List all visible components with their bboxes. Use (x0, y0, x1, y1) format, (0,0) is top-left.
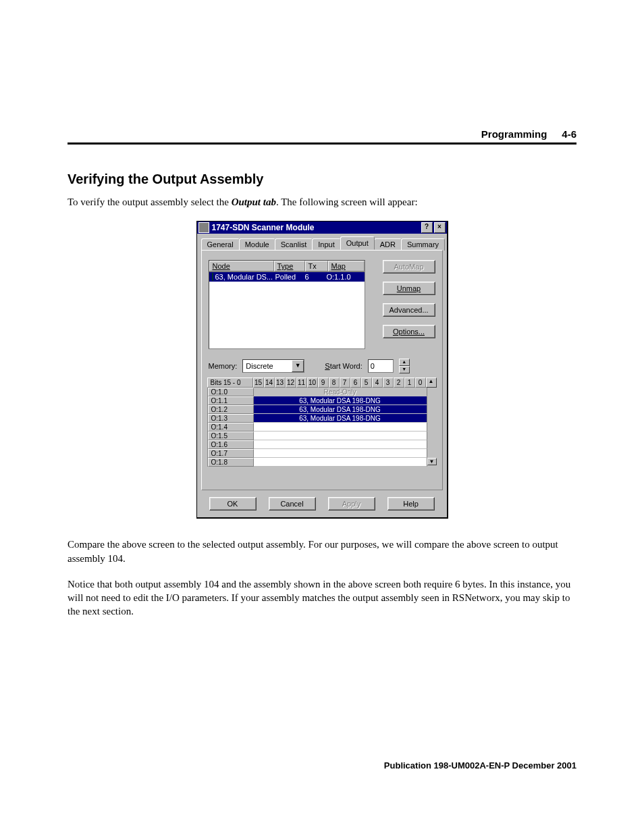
intro-tabname: Output tab (232, 197, 276, 207)
bit-row-label: O:1.0 (208, 388, 254, 396)
bit-row-data: 63, Modular DSA 198-DNG (254, 405, 427, 414)
app-icon (198, 222, 209, 233)
node-list[interactable]: Node Type Tx Map 63, Modular DS... Polle… (209, 260, 365, 349)
bit-row[interactable]: O:1.6 (208, 440, 437, 449)
node-row[interactable]: 63, Modular DS... Polled 6 O:1.1.0 (209, 272, 365, 282)
bit-row-data: Read-Only (254, 388, 427, 396)
col-type[interactable]: Type (274, 261, 305, 271)
output-tab-panel: Node Type Tx Map 63, Modular DS... Polle… (201, 250, 443, 490)
intro-post: . The following screen will appear: (276, 197, 418, 207)
node-map: O:1.1.0 (324, 272, 365, 282)
bitcol-6: 6 (350, 377, 361, 388)
automap-button[interactable]: AutoMap (383, 260, 435, 273)
advanced-button[interactable]: Advanced... (383, 303, 435, 317)
memory-value: Discrete (243, 362, 292, 370)
bit-row-label: O:1.1 (208, 396, 254, 405)
bit-row[interactable]: O:1.363, Modular DSA 198-DNG (208, 414, 437, 423)
bit-row-data (254, 458, 427, 467)
bitcol-2: 2 (394, 377, 404, 388)
bits-label: Bits 15 - 0 (207, 377, 253, 388)
bit-row[interactable]: O:1.8▼ (208, 458, 437, 467)
tab-summary[interactable]: Summary (401, 238, 445, 251)
bitcol-5: 5 (361, 377, 372, 388)
scroll-track[interactable] (427, 396, 437, 405)
tab-input[interactable]: Input (312, 238, 340, 251)
bitcol-14: 14 (264, 377, 275, 388)
bitcol-7: 7 (340, 377, 350, 388)
close-button[interactable]: × (434, 222, 446, 233)
bit-row[interactable]: O:1.0Read-Only (208, 388, 437, 396)
col-node[interactable]: Node (209, 261, 274, 271)
help-button[interactable]: ? (421, 222, 433, 233)
node-tx: 6 (302, 272, 324, 282)
footer: Publication 198-UM002A-EN-P December 200… (68, 760, 576, 771)
help-button-bottom[interactable]: Help (387, 497, 435, 511)
scroll-track[interactable] (427, 440, 437, 449)
bitcol-4: 4 (372, 377, 383, 388)
bit-row-data: 63, Modular DSA 198-DNG (254, 396, 427, 405)
tab-scanlist[interactable]: Scanlist (275, 238, 313, 251)
ok-button[interactable]: OK (209, 497, 257, 511)
unmap-button[interactable]: Unmap (383, 282, 435, 295)
bitcol-0: 0 (415, 377, 426, 388)
tab-adr[interactable]: ADR (374, 238, 402, 251)
bit-row-label: O:1.5 (208, 432, 254, 440)
tabstrip: General Module Scanlist Input Output ADR… (201, 236, 443, 250)
node-type: Polled (273, 272, 302, 282)
bit-row-label: O:1.2 (208, 405, 254, 414)
scroll-up-icon[interactable]: ▲ (426, 377, 437, 388)
bit-row-label: O:1.7 (208, 449, 254, 458)
header-section: Programming (481, 128, 547, 140)
bit-row-label: O:1.4 (208, 423, 254, 432)
tab-output[interactable]: Output (340, 236, 375, 250)
chevron-down-icon[interactable]: ▼ (292, 360, 304, 372)
col-tx[interactable]: Tx (305, 261, 328, 271)
bitcol-1: 1 (404, 377, 415, 388)
node-icon (212, 273, 213, 281)
scroll-track[interactable] (427, 423, 437, 432)
node-name: 63, Modular DS... (215, 273, 273, 281)
scroll-track[interactable] (427, 432, 437, 440)
tab-module[interactable]: Module (239, 238, 275, 251)
bitcol-11: 11 (296, 377, 307, 388)
tab-general[interactable]: General (201, 238, 240, 251)
scroll-track[interactable] (427, 414, 437, 423)
memory-combo[interactable]: Discrete ▼ (242, 359, 304, 373)
bitcol-8: 8 (329, 377, 340, 388)
section-title: Verifying the Output Assembly (68, 172, 576, 187)
startword-input[interactable]: 0 (368, 359, 394, 373)
bit-row-label: O:1.8 (208, 458, 254, 467)
scanner-module-dialog: 1747-SDN Scanner Module ? × General Modu… (196, 221, 448, 519)
bit-row[interactable]: O:1.263, Modular DSA 198-DNG (208, 405, 437, 414)
dialog-title: 1747-SDN Scanner Module (212, 223, 420, 232)
scroll-track[interactable] (427, 388, 437, 396)
cancel-button[interactable]: Cancel (269, 497, 316, 511)
bit-row-label: O:1.6 (208, 440, 254, 449)
col-map[interactable]: Map (328, 261, 365, 271)
apply-button[interactable]: Apply (328, 497, 375, 511)
startword-label: Start Word: (325, 362, 362, 370)
spin-down-icon[interactable]: ▼ (399, 366, 410, 373)
options-button[interactable]: Options... (383, 325, 435, 338)
intro-paragraph: To verify the output assembly select the… (68, 195, 576, 209)
bit-table: Bits 15 - 0 15 14 13 12 11 10 9 8 7 6 (207, 377, 437, 467)
bitcol-9: 9 (318, 377, 329, 388)
bit-row-data (254, 449, 427, 458)
scroll-down-icon[interactable]: ▼ (427, 458, 437, 465)
memory-label: Memory: (209, 362, 238, 370)
scroll-track[interactable] (427, 405, 437, 414)
bit-row-data (254, 440, 427, 449)
scroll-track[interactable]: ▼ (427, 458, 437, 467)
bitcol-13: 13 (275, 377, 286, 388)
paragraph-2: Compare the above screen to the selected… (68, 538, 576, 565)
bit-row-data (254, 432, 427, 440)
bitcol-10: 10 (307, 377, 318, 388)
bit-row[interactable]: O:1.5 (208, 432, 437, 440)
scroll-track[interactable] (427, 449, 437, 458)
header-pagenum: 4-6 (562, 128, 576, 140)
spin-up-icon[interactable]: ▲ (399, 359, 410, 366)
bit-row[interactable]: O:1.163, Modular DSA 198-DNG (208, 396, 437, 405)
bit-row-label: O:1.3 (208, 414, 254, 423)
bit-row[interactable]: O:1.7 (208, 449, 437, 458)
bit-row[interactable]: O:1.4 (208, 423, 437, 432)
